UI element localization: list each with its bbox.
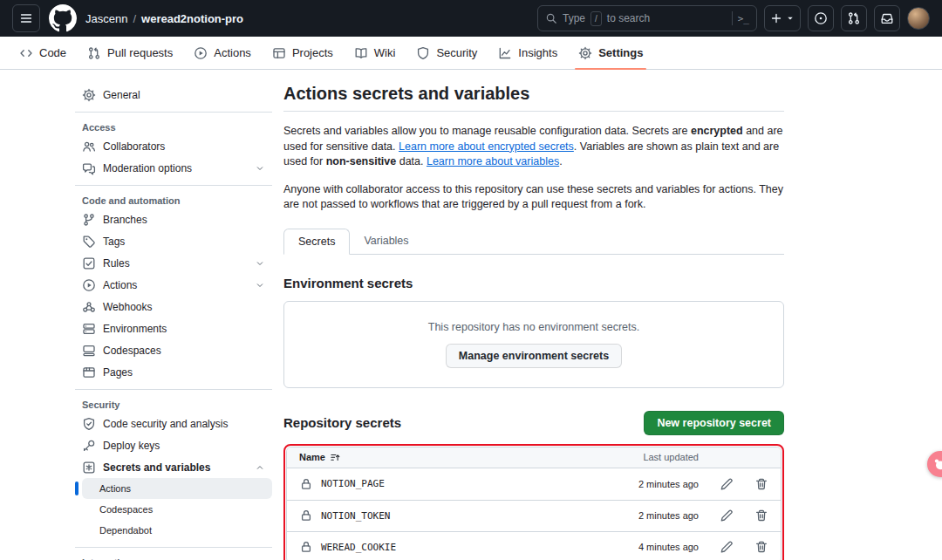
- sidebar-item-deploy-keys[interactable]: Deploy keys: [75, 434, 272, 456]
- trash-icon: [754, 540, 768, 554]
- sidebar-item-label: Collaborators: [103, 140, 165, 153]
- tab-insights[interactable]: Insights: [491, 37, 564, 69]
- chevron-down-icon: [255, 163, 265, 174]
- pencil-icon: [720, 509, 734, 522]
- repository-secrets-header: Repository secrets New repository secret: [283, 411, 784, 435]
- environment-secrets-heading: Environment secrets: [283, 276, 784, 290]
- text-fragment: data.: [396, 155, 427, 167]
- pull-request-icon: [87, 46, 101, 60]
- sidebar-item-label: General: [103, 89, 140, 101]
- delete-secret-button[interactable]: [754, 509, 768, 522]
- lock-icon: [299, 540, 313, 554]
- sidebar-item-general[interactable]: General: [75, 84, 272, 106]
- issues-button[interactable]: [808, 5, 834, 31]
- trash-icon: [754, 477, 768, 491]
- panda-icon: [932, 456, 942, 472]
- sidebar-item-branches[interactable]: Branches: [75, 208, 272, 230]
- avatar[interactable]: [907, 7, 930, 30]
- github-icon: [49, 4, 77, 32]
- tab-label: Insights: [518, 46, 557, 59]
- secrets-icon: [82, 461, 96, 475]
- sidebar-item-webhooks[interactable]: Webhooks: [75, 296, 272, 318]
- header-actions: Type / to search >_: [537, 5, 930, 31]
- new-repository-secret-button[interactable]: New repository secret: [644, 411, 784, 435]
- sidebar-item-secrets-and-variables[interactable]: Secrets and variables: [75, 456, 272, 478]
- tab-secrets[interactable]: Secrets: [283, 229, 350, 255]
- name-header-label: Name: [299, 452, 325, 462]
- tab-security[interactable]: Security: [409, 37, 484, 69]
- create-new-button[interactable]: [764, 5, 801, 31]
- sidebar-item-rules[interactable]: Rules: [75, 252, 272, 274]
- sidebar-item-label: Codespaces: [103, 345, 161, 357]
- play-icon: [194, 46, 208, 60]
- sidebar-item-actions[interactable]: Actions: [75, 274, 272, 296]
- chevron-down-icon: [255, 258, 265, 269]
- inline-link[interactable]: Learn more about encrypted secrets: [399, 140, 574, 153]
- tab-projects[interactable]: Projects: [265, 37, 340, 69]
- sidebar-item-collaborators[interactable]: Collaborators: [75, 135, 272, 157]
- command-palette-icon[interactable]: >_: [738, 13, 749, 24]
- inline-link[interactable]: Learn more about variables: [427, 155, 559, 167]
- tab-label: Projects: [292, 46, 333, 59]
- sidebar-item-label: Code security and analysis: [103, 418, 228, 430]
- tab-label: Settings: [598, 46, 643, 59]
- sidebar-item-codespaces[interactable]: Codespaces: [75, 339, 272, 361]
- tab-label: Security: [436, 46, 477, 59]
- sidebar-section-title: Access: [75, 119, 272, 135]
- tab-code[interactable]: Code: [12, 37, 73, 69]
- sidebar-section-title: Security: [75, 396, 272, 413]
- secret-row: NOTION_PAGE2 minutes ago: [287, 468, 781, 500]
- delete-secret-button[interactable]: [754, 477, 768, 491]
- sidebar-item-environments[interactable]: Environments: [75, 318, 272, 339]
- tab-pull-requests[interactable]: Pull requests: [80, 37, 180, 69]
- tab-variables[interactable]: Variables: [350, 229, 422, 255]
- delete-secret-button[interactable]: [754, 540, 768, 554]
- sidebar-item-moderation-options[interactable]: Moderation options: [75, 157, 272, 179]
- github-logo[interactable]: [49, 4, 77, 32]
- sidebar-item-label: Deploy keys: [103, 440, 160, 452]
- updated-column-header: Last updated: [603, 452, 699, 462]
- plus-icon: [769, 11, 783, 25]
- breadcrumb-owner[interactable]: Jascenn: [85, 12, 127, 25]
- pull-requests-button[interactable]: [841, 5, 867, 31]
- sidebar-subitem-label: Dependabot: [99, 525, 152, 536]
- comment-discussion-icon: [82, 161, 96, 175]
- sidebar-item-label: Branches: [103, 214, 147, 226]
- sidebar-subitem-label: Codespaces: [99, 504, 153, 515]
- settings-sidebar: GeneralAccessCollaboratorsModeration opt…: [75, 84, 272, 560]
- secret-row: NOTION_TOKEN2 minutes ago: [287, 500, 781, 531]
- edit-secret-button[interactable]: [720, 540, 734, 554]
- breadcrumb-repo[interactable]: weread2notion-pro: [141, 12, 243, 25]
- graph-icon: [498, 46, 512, 60]
- tab-label: Code: [39, 46, 66, 59]
- sidebar-subitem-dependabot[interactable]: Dependabot: [82, 520, 272, 541]
- caret-down-icon: [785, 13, 795, 24]
- sidebar-item-code-security-and-analysis[interactable]: Code security and analysis: [75, 413, 272, 434]
- edit-secret-button[interactable]: [720, 477, 734, 491]
- sidebar-item-label: Rules: [103, 257, 130, 270]
- global-header: Jascenn / weread2notion-pro Type / to se…: [0, 0, 942, 37]
- search-input[interactable]: Type / to search >_: [537, 5, 757, 31]
- tab-settings[interactable]: Settings: [571, 37, 650, 69]
- shield-icon: [416, 46, 430, 60]
- sidebar-item-tags[interactable]: Tags: [75, 230, 272, 252]
- bold-text: non-sensitive: [326, 155, 397, 167]
- sidebar-item-pages[interactable]: Pages: [75, 361, 272, 383]
- branch-icon: [82, 213, 96, 227]
- tab-actions[interactable]: Actions: [187, 37, 258, 69]
- chevron-down-icon: [255, 280, 265, 290]
- sidebar-divider: [75, 112, 272, 113]
- browser-icon: [82, 365, 96, 379]
- manage-environment-secrets-button[interactable]: Manage environment secrets: [446, 344, 622, 368]
- text-fragment: Secrets and variables allow you to manag…: [283, 125, 691, 137]
- sidebar-subitem-actions[interactable]: Actions: [82, 478, 272, 499]
- sort-asc-icon: [330, 452, 341, 463]
- inbox-button[interactable]: [874, 5, 900, 31]
- name-column-header[interactable]: Name: [299, 452, 341, 463]
- tab-wiki[interactable]: Wiki: [347, 37, 403, 69]
- rules-icon: [82, 256, 96, 270]
- sidebar-subitem-codespaces[interactable]: Codespaces: [82, 499, 272, 520]
- trash-icon: [754, 509, 768, 522]
- edit-secret-button[interactable]: [720, 509, 734, 522]
- hamburger-menu-button[interactable]: [12, 4, 40, 32]
